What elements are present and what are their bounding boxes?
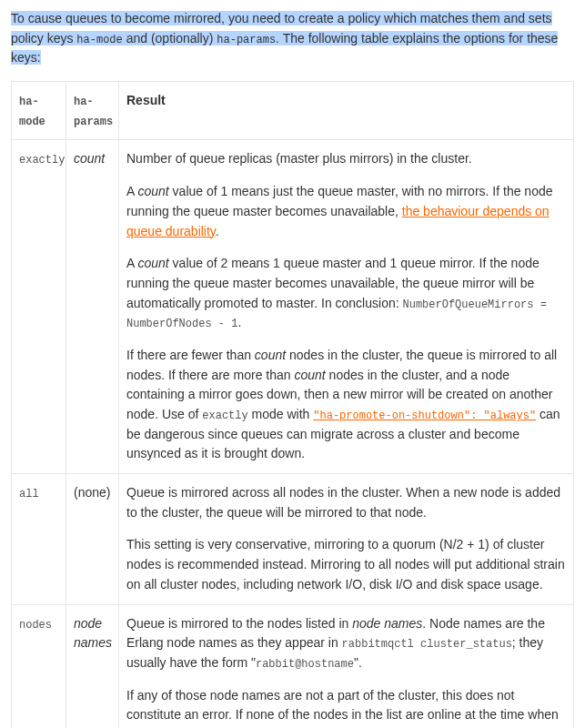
result-text: Number of queue replicas (master plus mi… xyxy=(126,149,566,169)
table-row: nodes node names Queue is mirrored to th… xyxy=(12,604,574,728)
result-text: If any of those node names are not a par… xyxy=(126,686,566,728)
result-text: A count value of 2 means 1 queue master … xyxy=(126,254,566,333)
table-row: exactly count Number of queue replicas (… xyxy=(12,140,574,474)
result-text: This setting is very conservative, mirro… xyxy=(126,535,566,594)
cell-result: Number of queue replicas (master plus mi… xyxy=(119,140,574,474)
header-ha-params: ha-params xyxy=(66,82,119,140)
result-text: If there are fewer than count nodes in t… xyxy=(126,346,566,464)
table-row: all (none) Queue is mirrored across all … xyxy=(12,474,574,604)
link-promote-shutdown[interactable]: "ha-promote-on-shutdown": "always" xyxy=(313,410,536,422)
cell-mode: all xyxy=(12,474,66,604)
result-text: Queue is mirrored to the nodes listed in… xyxy=(126,614,566,673)
cell-params: count xyxy=(66,140,119,474)
cell-mode: exactly xyxy=(12,140,66,474)
cell-result: Queue is mirrored to the nodes listed in… xyxy=(119,604,574,728)
header-result: Result xyxy=(119,82,574,140)
table-header-row: ha-mode ha-params Result xyxy=(12,82,574,140)
cell-mode: nodes xyxy=(12,604,66,728)
ha-options-table: ha-mode ha-params Result exactly count N… xyxy=(11,81,574,728)
intro-highlighted: To cause queues to become mirrored, you … xyxy=(11,11,558,65)
header-ha-mode: ha-mode xyxy=(12,82,66,140)
code-ha-mode: ha-mode xyxy=(76,34,122,46)
cell-result: Queue is mirrored across all nodes in th… xyxy=(119,474,574,604)
cell-params: node names xyxy=(66,604,119,728)
intro-paragraph: To cause queues to become mirrored, you … xyxy=(11,9,574,68)
result-text: Queue is mirrored across all nodes in th… xyxy=(126,483,566,522)
cell-params: (none) xyxy=(66,474,119,604)
code-ha-params: ha-params xyxy=(217,34,276,46)
result-text: A count value of 1 means just the queue … xyxy=(126,182,566,241)
